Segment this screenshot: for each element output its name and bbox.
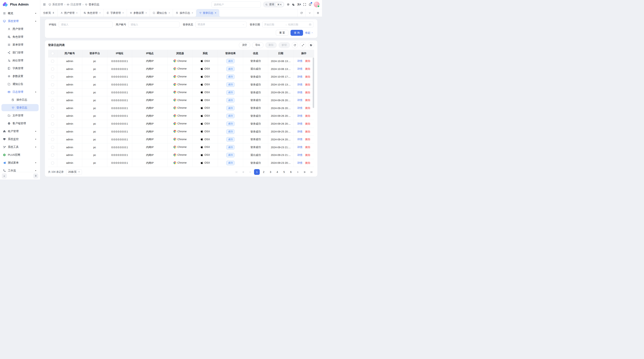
settings-gear-icon[interactable]	[286, 3, 290, 6]
last-page-button[interactable]	[308, 169, 314, 175]
page-number-button[interactable]: 1	[254, 169, 260, 175]
refresh-table-button[interactable]	[292, 42, 298, 48]
account-input[interactable]	[128, 21, 180, 27]
row-checkbox[interactable]	[51, 60, 54, 62]
sidebar-item[interactable]: PLUS官网	[2, 151, 39, 158]
tab-close-icon[interactable]: ×	[76, 11, 78, 14]
sidebar-item[interactable]: 用户管理	[2, 25, 39, 32]
prev-5-pages-button[interactable]	[240, 169, 246, 175]
tab[interactable]: 分析页	[40, 9, 58, 17]
sidebar-item[interactable]: 系统管理	[2, 17, 39, 25]
sidebar-item[interactable]: 参数设置	[2, 73, 39, 80]
row-checkbox[interactable]	[51, 68, 54, 70]
tab[interactable]: 字典管理 ×	[104, 9, 127, 17]
detail-link[interactable]: 详情	[297, 122, 302, 125]
page-size-select[interactable]: 20条/页	[66, 169, 82, 175]
tab[interactable]: 操作日志 ×	[173, 9, 196, 17]
table-scrollbar[interactable]	[313, 57, 314, 167]
page-number-button[interactable]: 6	[288, 169, 294, 175]
detail-link[interactable]: 详情	[297, 161, 302, 164]
delete-button[interactable]: 删除	[265, 42, 277, 48]
unlock-button[interactable]: 解锁	[278, 42, 290, 48]
breadcrumb-item[interactable]: 登录日志	[85, 3, 99, 6]
tab-close-icon[interactable]: ×	[99, 11, 101, 14]
row-checkbox[interactable]	[51, 122, 54, 125]
expand-table-button[interactable]	[300, 42, 306, 48]
sidebar-item[interactable]: 部门管理	[2, 49, 39, 56]
next-page-button[interactable]	[295, 169, 300, 175]
global-search-button[interactable]: 搜索 ⌘ K	[263, 1, 284, 7]
detail-link[interactable]: 详情	[297, 67, 302, 70]
sidebar-item[interactable]: 客户端管理	[2, 120, 39, 127]
row-checkbox[interactable]	[51, 91, 54, 94]
delete-link[interactable]: 删除	[305, 122, 310, 125]
delete-link[interactable]: 删除	[305, 146, 310, 149]
detail-link[interactable]: 详情	[297, 91, 302, 94]
delete-link[interactable]: 删除	[305, 99, 310, 101]
delete-link[interactable]: 删除	[305, 161, 310, 164]
tab-fullscreen-button[interactable]	[314, 9, 322, 17]
export-button[interactable]: 导出	[252, 42, 264, 48]
query-button[interactable]: 查 询	[290, 30, 303, 36]
clear-button[interactable]: 清空	[239, 42, 250, 48]
detail-link[interactable]: 详情	[297, 114, 302, 117]
breadcrumb-item[interactable]: 系统管理	[48, 3, 63, 6]
tab[interactable]: 参数设置 ×	[127, 9, 150, 17]
prev-page-button[interactable]	[247, 169, 253, 175]
row-checkbox[interactable]	[51, 146, 54, 149]
row-checkbox[interactable]	[51, 162, 54, 164]
select-all-checkbox[interactable]	[51, 52, 54, 55]
delete-link[interactable]: 删除	[305, 91, 310, 94]
sidebar-item[interactable]: 菜单管理	[2, 41, 39, 48]
sidebar-item[interactable]: 岗位管理	[2, 57, 39, 64]
sidebar-item[interactable]: 概览	[2, 10, 39, 17]
sidebar-collapse-button[interactable]: «	[2, 173, 7, 178]
row-checkbox[interactable]	[51, 115, 54, 117]
dark-mode-moon-icon[interactable]	[292, 3, 295, 6]
tab[interactable]: 角色管理 ×	[81, 9, 104, 17]
detail-link[interactable]: 详情	[297, 107, 302, 109]
status-select[interactable]: 请选择	[195, 21, 246, 27]
row-checkbox[interactable]	[51, 138, 54, 141]
page-number-button[interactable]: 2	[261, 169, 266, 175]
row-checkbox[interactable]	[51, 83, 54, 86]
menu-toggle-icon[interactable]	[43, 3, 46, 6]
first-page-button[interactable]	[234, 169, 239, 175]
delete-link[interactable]: 删除	[305, 83, 310, 86]
tab-close-icon[interactable]: ×	[146, 11, 147, 14]
row-checkbox[interactable]	[51, 154, 54, 157]
tab[interactable]: 用户管理 ×	[58, 9, 81, 17]
sidebar-item[interactable]: 工作流	[2, 167, 39, 172]
delete-link[interactable]: 删除	[305, 130, 310, 133]
collapse-filters-link[interactable]: 收起	[305, 31, 314, 34]
sidebar-item[interactable]: 通知公告	[2, 80, 39, 88]
row-checkbox[interactable]	[51, 75, 54, 78]
detail-link[interactable]: 详情	[297, 146, 302, 149]
delete-link[interactable]: 删除	[305, 114, 310, 117]
page-number-button[interactable]: 4	[274, 169, 280, 175]
breadcrumb-item[interactable]: 日志管理	[67, 3, 81, 6]
tab-close-icon[interactable]: ×	[215, 11, 216, 14]
sidebar-item[interactable]: 文件管理	[2, 112, 39, 119]
detail-link[interactable]: 详情	[297, 99, 302, 101]
delete-link[interactable]: 删除	[305, 59, 310, 62]
tab[interactable]: 登录日志 ×	[196, 9, 219, 17]
date-range-picker[interactable]: →	[262, 21, 314, 27]
column-settings-button[interactable]	[308, 42, 314, 48]
language-translate-icon[interactable]: 文A	[297, 3, 301, 6]
detail-link[interactable]: 详情	[297, 138, 302, 141]
scrollbar-thumb[interactable]	[313, 57, 314, 108]
detail-link[interactable]: 详情	[297, 59, 302, 62]
delete-link[interactable]: 删除	[305, 67, 310, 70]
detail-link[interactable]: 详情	[297, 75, 302, 78]
sidebar-item[interactable]: 操作日志	[2, 96, 39, 103]
tab-menu-chevron-button[interactable]	[306, 9, 314, 17]
reset-button[interactable]: 重 置	[276, 30, 288, 36]
notifications-bell-icon[interactable]	[308, 3, 312, 6]
delete-link[interactable]: 删除	[305, 107, 310, 109]
tab-refresh-button[interactable]	[297, 9, 306, 17]
tab-close-icon[interactable]: ×	[168, 11, 170, 14]
delete-link[interactable]: 删除	[305, 75, 310, 78]
sidebar-item[interactable]: 日志管理	[2, 88, 39, 95]
date-start-input[interactable]	[264, 23, 284, 26]
